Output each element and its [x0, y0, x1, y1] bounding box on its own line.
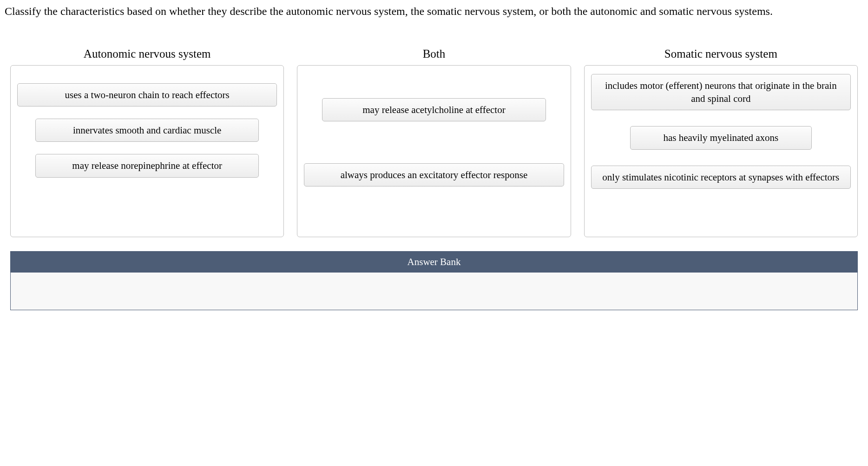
dropzone-autonomic[interactable]: uses a two-neuron chain to reach effecto… [10, 65, 284, 237]
dropzone-both[interactable]: may release acetylcholine at effector al… [297, 65, 571, 237]
card-excitatory[interactable]: always produces an excitatory effector r… [304, 163, 564, 186]
column-somatic-title: Somatic nervous system [664, 47, 777, 60]
answer-bank: Answer Bank [10, 251, 858, 310]
card-acetylcholine[interactable]: may release acetylcholine at effector [322, 98, 546, 121]
card-motor-efferent[interactable]: includes motor (efferent) neurons that o… [591, 74, 851, 111]
answer-bank-body[interactable] [11, 273, 857, 310]
question-text: Classify the characteristics based on wh… [5, 4, 863, 20]
column-somatic: Somatic nervous system includes motor (e… [584, 47, 858, 237]
card-two-neuron[interactable]: uses a two-neuron chain to reach effecto… [17, 83, 277, 107]
column-autonomic-title: Autonomic nervous system [84, 47, 211, 60]
dropzone-somatic[interactable]: includes motor (efferent) neurons that o… [584, 65, 858, 237]
column-both: Both may release acetylcholine at effect… [297, 47, 571, 237]
answer-bank-title: Answer Bank [11, 252, 857, 273]
card-norepinephrine[interactable]: may release norepinephrine at effector [35, 154, 259, 177]
column-autonomic: Autonomic nervous system uses a two-neur… [10, 47, 284, 237]
classification-columns: Autonomic nervous system uses a two-neur… [5, 47, 863, 237]
column-both-title: Both [423, 47, 446, 60]
card-smooth-cardiac[interactable]: innervates smooth and cardiac muscle [35, 119, 259, 142]
card-myelinated[interactable]: has heavily myelinated axons [630, 126, 812, 149]
card-nicotinic[interactable]: only stimulates nicotinic receptors at s… [591, 166, 851, 189]
